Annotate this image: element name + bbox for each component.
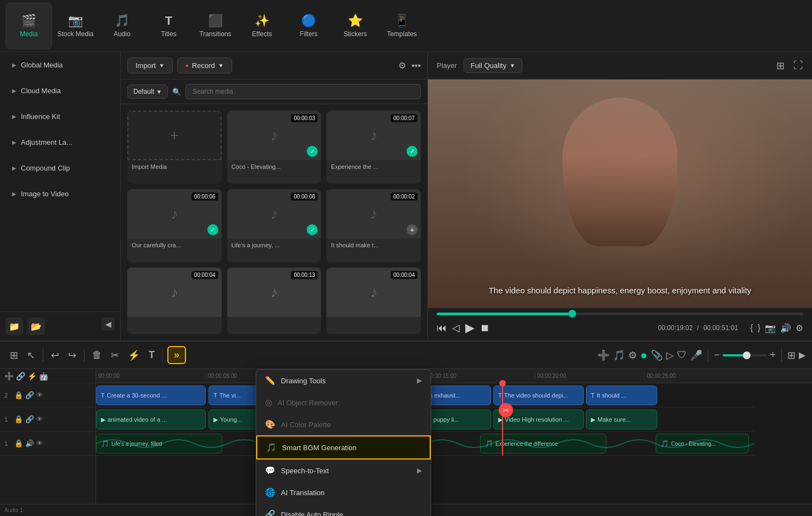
progress-bar[interactable]: [437, 313, 803, 315]
nav-templates[interactable]: 📱 Templates: [379, 3, 425, 49]
drawing-tools-item[interactable]: ✏️ Drawing Tools ▶: [256, 370, 431, 392]
zoom-thumb[interactable]: [743, 351, 751, 359]
sidebar-item-adjustment[interactable]: ▶ Adjustment La...: [3, 131, 117, 154]
select-tool-button[interactable]: ↖: [24, 347, 38, 364]
nav-filters[interactable]: 🔵 Filters: [285, 3, 332, 49]
audio-1-eye-icon[interactable]: 👁: [36, 439, 43, 447]
sidebar-item-image-to-video[interactable]: ▶ Image to Video: [3, 182, 117, 206]
default-dropdown[interactable]: Default ▼: [127, 84, 168, 99]
track-1-lock-icon[interactable]: 🔒: [14, 415, 23, 423]
disable-auto-ripple-item[interactable]: 🔗 Disable Auto Ripple: [256, 503, 431, 516]
import-media-item[interactable]: + Import Media: [127, 111, 222, 184]
clip-video-should[interactable]: T The video should depi...: [493, 385, 584, 405]
media-item-7[interactable]: ♪ 00:00:13: [227, 268, 322, 334]
music-note-icon-5: ♪: [370, 205, 377, 223]
split-audio-button[interactable]: ⚡: [125, 347, 143, 364]
green-circle-tl-button[interactable]: ●: [640, 348, 647, 362]
nav-stock-media[interactable]: 📷 Stock Media: [52, 3, 99, 49]
track-1-eye-icon[interactable]: 👁: [36, 415, 43, 423]
grid-view-button[interactable]: ⊞: [776, 60, 785, 72]
text-tool-button[interactable]: T: [145, 347, 158, 363]
timeline-more-button[interactable]: ▶: [799, 350, 805, 360]
sidebar-item-global-media[interactable]: ▶ Global Media: [3, 53, 117, 77]
import-button[interactable]: Import ▼: [127, 58, 173, 73]
multi-select-button[interactable]: ⊞: [7, 347, 21, 364]
nav-stickers[interactable]: ⭐ Stickers: [332, 3, 379, 49]
split-tracks-button[interactable]: ⚡: [27, 372, 37, 381]
media-item-5[interactable]: ♪ 00:00:02 + It should make t...: [326, 189, 421, 262]
mark-out-button[interactable]: }: [758, 323, 760, 333]
media-item-4[interactable]: ♪ 00:00:08 ✓ Life's a journey, ...: [227, 189, 322, 262]
fullscreen-button[interactable]: ⛶: [793, 60, 803, 72]
step-back-button[interactable]: ⏮: [437, 322, 447, 334]
clip-make-sure[interactable]: ▶ Make sure...: [586, 410, 657, 429]
nav-audio[interactable]: 🎵 Audio: [99, 3, 145, 49]
quality-select[interactable]: Full Quality ▼: [464, 58, 522, 73]
timeline-ruler: 00:00:00 00:00:05:00 00:00:10:00 00:00:1…: [96, 369, 812, 383]
media-item-2[interactable]: ♪ 00:00:07 ✓ Experience the ...: [326, 111, 421, 184]
track-2-lock-icon[interactable]: 🔒: [14, 391, 23, 399]
smart-bgm-item[interactable]: 🎵 Smart BGM Generation: [256, 435, 431, 460]
media-item-1[interactable]: ♪ 00:00:03 ✓ Coco - Elevating...: [227, 111, 322, 184]
play-button[interactable]: ▶: [465, 321, 475, 335]
collapse-sidebar-button[interactable]: ◀: [101, 317, 115, 331]
link-tracks-button[interactable]: 🔗: [16, 372, 25, 381]
more-tools-button[interactable]: »: [167, 346, 186, 364]
more-ctrl-button[interactable]: ⚙: [796, 323, 803, 333]
filter-icon-button[interactable]: ⚙: [398, 60, 406, 71]
add-folder-button[interactable]: 📁: [5, 317, 23, 335]
redo-button[interactable]: ↪: [65, 347, 80, 364]
stop-button[interactable]: ⏹: [480, 322, 490, 334]
frame-back-button[interactable]: ◁: [452, 322, 460, 334]
media-item-6[interactable]: ♪ 00:00:04: [127, 268, 222, 334]
more-options-button[interactable]: •••: [411, 61, 421, 71]
search-input[interactable]: [185, 84, 421, 99]
export-frame-button[interactable]: 📷: [765, 323, 776, 333]
audio-1-lock-icon[interactable]: 🔒: [14, 439, 23, 447]
nav-transitions[interactable]: ⬛ Transitions: [192, 3, 239, 49]
playback-tl-button[interactable]: ▷: [666, 349, 674, 361]
nav-titles[interactable]: T Titles: [145, 3, 192, 49]
clip-it-should[interactable]: T It should ...: [586, 385, 657, 405]
ai-color-palette-item[interactable]: 🎨 AI Color Palette: [256, 413, 431, 435]
nav-effects[interactable]: ✨ Effects: [239, 3, 285, 49]
zoom-out-button[interactable]: −: [714, 349, 720, 361]
audio-clip-4[interactable]: 🎵 Coco - Elevating...: [656, 434, 749, 453]
timeline-scroll-area[interactable]: 00:00:00 00:00:05:00 00:00:10:00 00:00:1…: [96, 369, 812, 504]
add-video-track-button[interactable]: ➕: [4, 372, 14, 381]
ai-track-button[interactable]: 🤖: [39, 372, 48, 381]
volume-button[interactable]: 🔊: [780, 323, 791, 333]
auto-button[interactable]: ⚙: [628, 349, 637, 361]
media-item-3[interactable]: ♪ 00:00:06 ✓ Our carefully cra...: [127, 189, 222, 262]
speech-to-text-item[interactable]: 💬 Speech-to-Text ▶: [256, 460, 431, 481]
sidebar-item-compound-clip[interactable]: ▶ Compound Clip: [3, 156, 117, 180]
open-folder-button[interactable]: 📂: [27, 317, 45, 335]
record-button[interactable]: ● Record ▼: [177, 58, 232, 73]
media-item-8[interactable]: ♪ 00:00:04: [326, 268, 421, 334]
nav-media[interactable]: 🎬 Media: [5, 3, 52, 49]
clip-create-30[interactable]: T Create a 30-second ...: [96, 385, 206, 405]
cut-button[interactable]: ✂: [108, 347, 122, 364]
clip-animated-video[interactable]: ▶ animated video of a ...: [96, 410, 206, 429]
undo-button[interactable]: ↩: [48, 347, 63, 364]
mark-in-button[interactable]: {: [750, 323, 753, 333]
sidebar-item-cloud-media[interactable]: ▶ Cloud Media: [3, 79, 117, 103]
track-2-link-icon[interactable]: 🔗: [25, 391, 34, 399]
audio-1-mute-icon[interactable]: 🔊: [25, 439, 34, 447]
shield-tl-button[interactable]: 🛡: [677, 349, 687, 361]
add-track-button[interactable]: ➕: [597, 349, 610, 361]
timeline-layout-button[interactable]: ⊞: [787, 349, 796, 361]
zoom-in-button[interactable]: +: [770, 349, 776, 361]
audio-clip-3[interactable]: 🎵 Experience the difference: [480, 434, 606, 453]
sticker-tl-button[interactable]: 📎: [651, 349, 663, 361]
detach-audio-button[interactable]: 🎵: [613, 349, 625, 361]
mic-tl-button[interactable]: 🎤: [690, 349, 702, 361]
track-2-eye-icon[interactable]: 👁: [36, 391, 43, 399]
sidebar-item-influence-kit[interactable]: ▶ Influence Kit: [3, 105, 117, 128]
ai-object-remover-item[interactable]: ◎ AI Object Remover: [256, 392, 431, 413]
audio-clip-1[interactable]: 🎵 Life's a journey, filled: [96, 434, 222, 453]
ai-translation-item[interactable]: 🌐 AI Translation: [256, 481, 431, 503]
delete-button[interactable]: 🗑: [89, 347, 105, 363]
track-1-link-icon[interactable]: 🔗: [25, 415, 34, 423]
progress-thumb[interactable]: [568, 310, 576, 317]
